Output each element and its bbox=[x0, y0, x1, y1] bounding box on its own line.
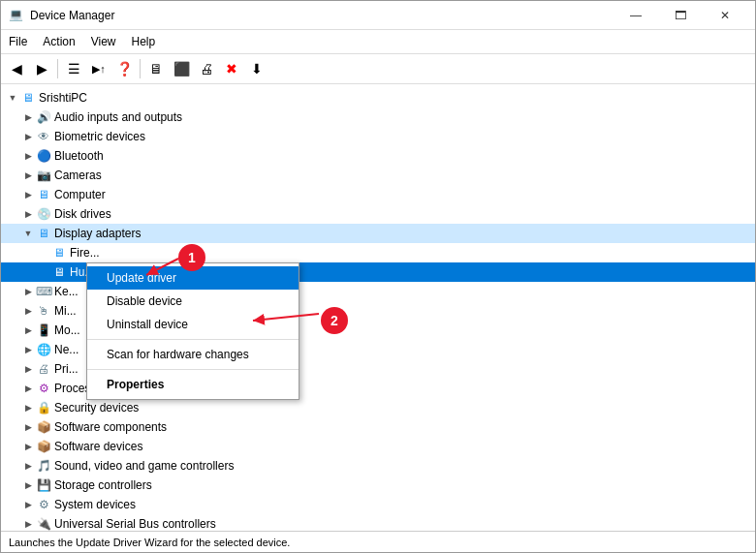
tree-row-security[interactable]: ▶ 🔒 Security devices bbox=[1, 398, 755, 417]
toolbar-scan[interactable]: 🖨 bbox=[195, 57, 218, 80]
toolbar-show-computer[interactable]: 🖥 bbox=[144, 57, 168, 80]
menu-bar: File Action View Help bbox=[1, 30, 755, 54]
title-bar-buttons: — 🗖 ✕ bbox=[614, 1, 747, 30]
expand-storage[interactable]: ▶ bbox=[20, 477, 36, 493]
tree-row-computer[interactable]: ▶ 🖥 Computer bbox=[1, 185, 755, 204]
tree-row-fire[interactable]: 🖥 Fire... bbox=[1, 243, 755, 262]
label-mi: Mi... bbox=[54, 304, 77, 318]
toolbar-show-connections[interactable]: ⬛ bbox=[170, 57, 193, 80]
expand-ne[interactable]: ▶ bbox=[20, 342, 36, 357]
title-bar-icon: 💻 bbox=[9, 8, 24, 23]
label-ke: Ke... bbox=[54, 285, 79, 298]
minimize-button[interactable]: — bbox=[614, 1, 658, 30]
toolbar: ◀ ▶ ☰ ▶↑ ❓ 🖥 ⬛ 🖨 ✖ ⬇ bbox=[1, 54, 755, 84]
label-bluetooth: Bluetooth bbox=[54, 149, 104, 163]
toolbar-update-driver[interactable]: ▶↑ bbox=[87, 57, 110, 80]
icon-biometric: 👁 bbox=[36, 129, 51, 144]
expand-usb-ctrl[interactable]: ▶ bbox=[20, 516, 36, 531]
menu-view[interactable]: View bbox=[83, 32, 124, 51]
label-srishtipc: SrishtiPC bbox=[39, 91, 87, 105]
label-display: Display adapters bbox=[54, 227, 141, 240]
ctx-uninstall-device[interactable]: Uninstall device bbox=[87, 313, 299, 336]
maximize-button[interactable]: 🗖 bbox=[658, 1, 703, 30]
label-usb-ctrl: Universal Serial Bus controllers bbox=[54, 517, 216, 531]
label-system: System devices bbox=[54, 498, 136, 511]
menu-help[interactable]: Help bbox=[124, 32, 164, 51]
tree-row-biometric[interactable]: ▶ 👁 Biometric devices bbox=[1, 127, 755, 146]
expand-fire[interactable] bbox=[36, 245, 51, 261]
toolbar-sep-2 bbox=[140, 59, 141, 78]
tree-row-audio[interactable]: ▶ 🔊 Audio inputs and outputs bbox=[1, 108, 755, 127]
expand-sw-components[interactable]: ▶ bbox=[20, 419, 36, 435]
icon-disk: 💿 bbox=[36, 206, 51, 222]
ctx-scan-hardware[interactable]: Scan for hardware changes bbox=[87, 343, 299, 366]
toolbar-help[interactable]: ❓ bbox=[112, 57, 136, 80]
label-computer: Computer bbox=[54, 188, 106, 201]
expand-system[interactable]: ▶ bbox=[20, 497, 36, 512]
toolbar-back[interactable]: ◀ bbox=[5, 57, 28, 80]
label-biometric: Biometric devices bbox=[54, 130, 145, 143]
tree-row-sound[interactable]: ▶ 🎵 Sound, video and game controllers bbox=[1, 456, 755, 476]
icon-hu: 🖥 bbox=[51, 264, 67, 280]
menu-action[interactable]: Action bbox=[35, 32, 82, 51]
icon-cameras: 📷 bbox=[36, 168, 51, 183]
icon-computer2: 🖥 bbox=[36, 187, 51, 202]
expand-sw-devices[interactable]: ▶ bbox=[20, 439, 36, 454]
ctx-disable-device[interactable]: Disable device bbox=[87, 290, 299, 313]
tree-row-disk[interactable]: ▶ 💿 Disk drives bbox=[1, 204, 755, 224]
label-sound: Sound, video and game controllers bbox=[54, 459, 234, 473]
toolbar-sep-1 bbox=[57, 59, 58, 78]
toolbar-properties[interactable]: ☰ bbox=[62, 57, 85, 80]
label-security: Security devices bbox=[54, 401, 139, 415]
menu-file[interactable]: File bbox=[1, 32, 35, 51]
ctx-properties[interactable]: Properties bbox=[87, 373, 299, 396]
tree-row-display[interactable]: ▼ 🖥 Display adapters bbox=[1, 224, 755, 243]
expand-biometric[interactable]: ▶ bbox=[20, 129, 36, 144]
toolbar-forward[interactable]: ▶ bbox=[30, 57, 53, 80]
ctx-update-driver[interactable]: Update driver bbox=[87, 266, 299, 290]
tree-row-bluetooth[interactable]: ▶ 🔵 Bluetooth bbox=[1, 146, 755, 166]
expand-mo[interactable]: ▶ bbox=[20, 323, 36, 338]
toolbar-install[interactable]: ⬇ bbox=[245, 57, 268, 80]
expand-hu[interactable] bbox=[36, 264, 51, 280]
tree-row-srishtipc[interactable]: ▼ 🖥 SrishtiPC bbox=[1, 88, 755, 108]
icon-ke: ⌨ bbox=[36, 284, 51, 299]
status-text: Launches the Update Driver Wizard for th… bbox=[9, 537, 290, 548]
close-button[interactable]: ✕ bbox=[703, 1, 747, 30]
icon-audio: 🔊 bbox=[36, 109, 51, 125]
expand-cameras[interactable]: ▶ bbox=[20, 168, 36, 183]
label-disk: Disk drives bbox=[54, 207, 111, 221]
expand-computer[interactable]: ▶ bbox=[20, 187, 36, 202]
expand-display[interactable]: ▼ bbox=[20, 226, 36, 241]
label-sw-components: Software components bbox=[54, 420, 167, 434]
toolbar-disable[interactable]: ✖ bbox=[220, 57, 243, 80]
main-content: ▼ 🖥 SrishtiPC ▶ 🔊 Audio inputs and outpu… bbox=[1, 84, 755, 531]
tree-row-sw-devices[interactable]: ▶ 📦 Software devices bbox=[1, 437, 755, 456]
ctx-sep-2 bbox=[87, 369, 299, 370]
tree-row-system[interactable]: ▶ ⚙ System devices bbox=[1, 495, 755, 514]
expand-processors[interactable]: ▶ bbox=[20, 381, 36, 396]
icon-sw-components: 📦 bbox=[36, 419, 51, 435]
expand-bluetooth[interactable]: ▶ bbox=[20, 148, 36, 164]
expand-srishtipc[interactable]: ▼ bbox=[5, 90, 20, 106]
icon-usb-ctrl: 🔌 bbox=[36, 516, 51, 531]
icon-mo: 📱 bbox=[36, 323, 51, 338]
expand-pri[interactable]: ▶ bbox=[20, 361, 36, 377]
tree-row-usb-ctrl[interactable]: ▶ 🔌 Universal Serial Bus controllers bbox=[1, 514, 755, 531]
tree-row-storage[interactable]: ▶ 💾 Storage controllers bbox=[1, 476, 755, 495]
icon-fire: 🖥 bbox=[51, 245, 67, 261]
tree-row-sw-components[interactable]: ▶ 📦 Software components bbox=[1, 417, 755, 437]
expand-disk[interactable]: ▶ bbox=[20, 206, 36, 222]
expand-ke[interactable]: ▶ bbox=[20, 284, 36, 299]
expand-mi[interactable]: ▶ bbox=[20, 303, 36, 319]
expand-sound[interactable]: ▶ bbox=[20, 458, 36, 474]
icon-storage: 💾 bbox=[36, 477, 51, 493]
expand-security[interactable]: ▶ bbox=[20, 400, 36, 415]
label-fire: Fire... bbox=[70, 246, 100, 260]
label-pri: Pri... bbox=[54, 362, 79, 376]
icon-computer: 🖥 bbox=[20, 90, 36, 106]
tree-row-cameras[interactable]: ▶ 📷 Cameras bbox=[1, 166, 755, 185]
icon-ne: 🌐 bbox=[36, 342, 51, 357]
expand-audio[interactable]: ▶ bbox=[20, 109, 36, 125]
label-sw-devices: Software devices bbox=[54, 440, 142, 453]
